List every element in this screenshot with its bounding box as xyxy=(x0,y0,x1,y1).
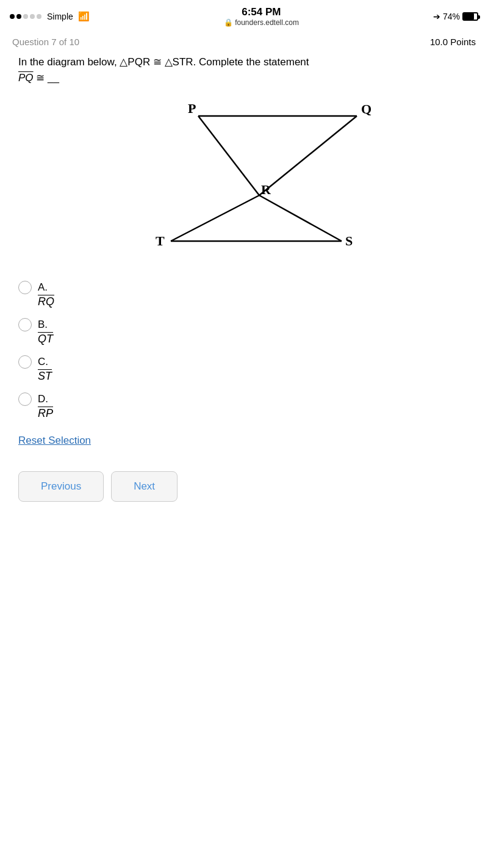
points-display: 10.0 Points xyxy=(430,37,476,47)
radio-d[interactable] xyxy=(18,392,32,406)
signal-dots xyxy=(10,14,41,19)
svg-line-5 xyxy=(259,195,342,241)
option-b-row[interactable]: B. xyxy=(18,318,470,331)
nav-buttons: Previous Next xyxy=(0,447,488,520)
geometry-diagram: P Q R T S xyxy=(98,92,390,262)
question-number: Question 7 of 10 xyxy=(12,37,79,47)
option-a-value: RQ xyxy=(38,295,470,308)
label-t: T xyxy=(156,233,165,248)
url-display: founders.edtell.com xyxy=(235,18,299,27)
label-s: S xyxy=(345,233,353,248)
dot4 xyxy=(30,14,35,19)
next-button[interactable]: Next xyxy=(111,471,178,502)
question-header: Question 7 of 10 10.0 Points xyxy=(0,31,488,51)
radio-b[interactable] xyxy=(18,318,32,331)
wifi-icon: 📶 xyxy=(78,11,90,22)
question-body: In the diagram below, △PQR ≅ △STR. Compl… xyxy=(0,51,488,281)
svg-line-1 xyxy=(198,116,259,195)
radio-a[interactable] xyxy=(18,281,32,294)
option-a: A. RQ xyxy=(18,281,470,308)
radio-c[interactable] xyxy=(18,355,32,369)
statement-pq: PQ xyxy=(18,72,34,84)
battery-icon xyxy=(462,12,478,21)
svg-line-2 xyxy=(259,116,357,195)
option-c-row[interactable]: C. xyxy=(18,355,470,369)
label-r: R xyxy=(261,182,271,197)
question-text: In the diagram below, △PQR ≅ △STR. Compl… xyxy=(18,54,470,85)
option-a-letter: A. xyxy=(38,281,48,294)
label-q: Q xyxy=(361,101,371,117)
battery-percent: 74% xyxy=(443,12,460,21)
statement-congruent: ≅ __ xyxy=(36,72,59,84)
option-c-letter: C. xyxy=(38,356,48,368)
option-b-value: QT xyxy=(38,333,470,345)
status-bar: Simple 📶 6:54 PM 🔒 founders.edtell.com ➔… xyxy=(0,0,488,31)
label-p: P xyxy=(188,101,196,116)
dot5 xyxy=(37,14,41,19)
option-b: B. QT xyxy=(18,318,470,345)
answer-options: A. RQ B. QT C. ST D. RP xyxy=(0,281,488,420)
dot1 xyxy=(10,14,15,19)
option-d-value: RP xyxy=(38,407,470,420)
diagram-container: P Q R T S xyxy=(18,92,470,262)
svg-line-4 xyxy=(171,195,259,241)
carrier-label: Simple xyxy=(47,12,73,21)
option-c-value: ST xyxy=(38,370,470,383)
status-right: ➔ 74% xyxy=(433,12,478,21)
previous-button[interactable]: Previous xyxy=(18,471,104,502)
time-display: 6:54 PM xyxy=(224,6,299,18)
status-center: 6:54 PM 🔒 founders.edtell.com xyxy=(224,6,299,27)
option-d-letter: D. xyxy=(38,393,48,405)
option-d-row[interactable]: D. xyxy=(18,392,470,406)
battery-fill xyxy=(464,13,474,20)
option-a-row[interactable]: A. xyxy=(18,281,470,294)
dot2 xyxy=(16,14,21,19)
dot3 xyxy=(23,14,28,19)
lock-icon: 🔒 xyxy=(224,18,233,27)
option-c: C. ST xyxy=(18,355,470,383)
option-b-letter: B. xyxy=(38,319,48,331)
status-left: Simple 📶 xyxy=(10,11,90,22)
question-main-text: In the diagram below, △PQR ≅ △STR. Compl… xyxy=(18,56,309,68)
location-icon: ➔ xyxy=(433,12,440,21)
reset-selection-button[interactable]: Reset Selection xyxy=(18,435,91,447)
option-d: D. RP xyxy=(18,392,470,420)
